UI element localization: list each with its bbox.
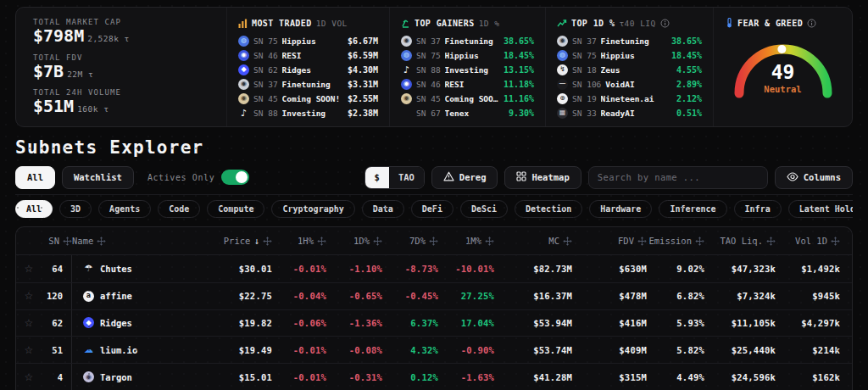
column-header-price[interactable]: Price↓ xyxy=(204,227,272,254)
subnet-value: 2.89% xyxy=(676,80,702,89)
column-header-7d-[interactable]: 7D% xyxy=(382,227,438,254)
column-header-name[interactable]: Name xyxy=(72,227,204,254)
tab-defi[interactable]: DeFi xyxy=(411,200,453,218)
fear-greed-panel: FEAR & GREED 49 Neutral xyxy=(713,8,852,126)
dereg-button[interactable]: Dereg xyxy=(431,166,498,189)
trend-list-item[interactable]: ◉SN 37Finetuning38.65% xyxy=(557,34,702,47)
currency-usd-option[interactable]: $ xyxy=(365,167,389,188)
column-header-sn[interactable]: SN xyxy=(42,227,72,254)
column-drag-icon[interactable] xyxy=(63,237,72,246)
column-drag-icon[interactable] xyxy=(317,237,326,246)
info-icon[interactable] xyxy=(660,15,670,31)
star-cell[interactable]: ☆ xyxy=(16,337,42,363)
trend-list-item[interactable]: ⊕SN 19Nineteen.ai2.12% xyxy=(557,92,702,105)
cell-emission: 4.49% xyxy=(647,364,704,390)
tab-code[interactable]: Code xyxy=(158,200,200,218)
tab-detection[interactable]: Detection xyxy=(515,200,582,218)
favorite-star-icon[interactable]: ☆ xyxy=(25,371,34,383)
currency-switch[interactable]: $ TAO xyxy=(364,166,425,189)
trend-list-item[interactable]: ↯SN 18Zeus4.55% xyxy=(557,63,702,76)
column-header-fdv[interactable]: FDV xyxy=(572,227,647,254)
column-drag-icon[interactable] xyxy=(373,237,382,246)
column-header-1d-[interactable]: 1D% xyxy=(326,227,382,254)
favorite-star-icon[interactable]: ☆ xyxy=(25,344,34,356)
tab-inference[interactable]: Inference xyxy=(659,200,726,218)
info-icon[interactable] xyxy=(807,15,816,31)
subnet-number: SN 18 xyxy=(572,65,597,75)
tab-all[interactable]: All xyxy=(15,200,53,218)
column-header-vol-1d[interactable]: Vol 1D xyxy=(776,227,852,254)
actives-only-toggle[interactable] xyxy=(221,170,249,185)
star-cell[interactable]: ☆ xyxy=(16,255,42,282)
tab-agents[interactable]: Agents xyxy=(98,200,151,218)
trend-list-item[interactable]: ◉SN 37Finetuning38.65% xyxy=(401,34,534,47)
trend-list-item[interactable]: ◉SN 46RESI$6.59M xyxy=(238,48,378,62)
subnet-icon: ◉ xyxy=(401,93,412,104)
column-drag-icon[interactable] xyxy=(637,237,647,246)
tab-latent-holdings[interactable]: Latent Holdings xyxy=(788,200,853,218)
favorite-star-icon[interactable]: ☆ xyxy=(25,290,34,302)
trend-list-item[interactable]: ◉SN 46RESI11.18% xyxy=(401,77,534,91)
trend-list-item[interactable]: ♪SN 88Investing13.15% xyxy=(401,63,534,76)
star-cell[interactable]: ☆ xyxy=(16,283,42,309)
name-cell: ◆Ridges xyxy=(72,310,204,337)
tab-desci[interactable]: DeSci xyxy=(460,200,508,218)
value-fdv: $478M xyxy=(619,291,647,301)
subnet-number: SN 45 xyxy=(253,94,278,103)
columns-button[interactable]: Columns xyxy=(775,166,853,189)
column-drag-icon[interactable] xyxy=(831,237,840,246)
column-drag-icon[interactable] xyxy=(485,237,494,246)
tab-infra[interactable]: Infra xyxy=(734,200,782,218)
column-drag-icon[interactable] xyxy=(695,237,704,246)
currency-tao-option[interactable]: TAO xyxy=(389,167,424,188)
trend-list-item[interactable]: ◉SN 37Finetuning$3.31M xyxy=(238,77,378,91)
tab-3d[interactable]: 3D xyxy=(59,200,92,218)
table-row[interactable]: ☆4◉Targon$15.01-0.01%-0.31%0.12%-1.63%$4… xyxy=(16,363,852,390)
column-drag-icon[interactable] xyxy=(563,237,572,246)
column-drag-icon[interactable] xyxy=(263,237,272,246)
heatmap-button[interactable]: Heatmap xyxy=(504,166,581,189)
tab-hardware[interactable]: Hardware xyxy=(589,200,652,218)
sn-value: 120 xyxy=(47,291,71,301)
favorite-star-icon[interactable]: ☆ xyxy=(25,263,34,275)
column-drag-icon[interactable] xyxy=(766,237,776,246)
tab-cryptography[interactable]: Cryptography xyxy=(271,200,354,218)
value-vol_1d: $162k xyxy=(812,372,840,382)
column-header-1m-[interactable]: 1M% xyxy=(438,227,494,254)
column-header-mc[interactable]: MC xyxy=(494,227,572,254)
filter-all-button[interactable]: All xyxy=(15,166,55,189)
table-row[interactable]: ☆64☂Chutes$30.01-0.01%-1.10%-8.73%-10.01… xyxy=(16,255,852,282)
trend-list-item[interactable]: ◉SN 45Coming SOON!$2.55M xyxy=(238,92,378,105)
trend-list-item[interactable]: SN 67Tenex9.30% xyxy=(401,106,534,120)
trend-list-item[interactable]: ♪SN 88Investing$2.38M xyxy=(238,106,378,120)
trend-list-item[interactable]: ◉SN 45Coming SOON!11.16% xyxy=(401,92,534,105)
column-header-emission[interactable]: Emission xyxy=(647,227,704,254)
trend-list-item[interactable]: ◍SN 75Hippius18.45% xyxy=(401,48,534,62)
column-drag-icon[interactable] xyxy=(429,237,438,246)
trend-list-item[interactable]: ▦SN 33ReadyAI0.51% xyxy=(557,106,702,120)
table-row[interactable]: ☆62◆Ridges$19.82-0.06%-1.36%6.37%17.04%$… xyxy=(16,309,852,337)
search-input[interactable] xyxy=(588,166,768,189)
trend-list-item[interactable]: ◆SN 62Ridges$4.30M xyxy=(238,63,378,76)
trend-list-item[interactable]: ◍SN 75Hippius18.45% xyxy=(557,48,702,62)
column-header-tao-liq-[interactable]: TAO Liq. xyxy=(704,227,776,254)
favorite-star-icon[interactable]: ☆ xyxy=(25,317,34,329)
column-label: MC xyxy=(548,236,559,246)
table-row[interactable]: ☆51☁lium.io$19.49-0.01%-0.08%4.32%-0.90%… xyxy=(16,336,852,363)
table-row[interactable]: ☆120aaffine$22.75-0.04%-0.65%-0.45%27.25… xyxy=(16,282,852,309)
star-cell[interactable]: ☆ xyxy=(16,310,42,337)
column-header-1h-[interactable]: 1H% xyxy=(272,227,326,254)
sn-cell: 51 xyxy=(42,337,72,363)
trend-list-item[interactable]: ◍SN 75Hippius$6.67M xyxy=(238,34,378,47)
tab-data[interactable]: Data xyxy=(362,200,404,218)
most-traded-list: ◍SN 75Hippius$6.67M◉SN 46RESI$6.59M◆SN 6… xyxy=(238,34,378,120)
subnet-number: SN 45 xyxy=(416,94,441,103)
cell-mc: $53.74M xyxy=(494,337,572,363)
sn-cell: 62 xyxy=(42,310,72,337)
trend-list-item[interactable]: —SN 106VoidAI2.89% xyxy=(557,77,702,91)
watchlist-button[interactable]: Watchlist xyxy=(62,166,134,189)
star-cell[interactable]: ☆ xyxy=(16,364,42,390)
value-h1: -0.01% xyxy=(293,345,326,355)
column-drag-icon[interactable] xyxy=(97,237,106,246)
tab-compute[interactable]: Compute xyxy=(207,200,264,218)
